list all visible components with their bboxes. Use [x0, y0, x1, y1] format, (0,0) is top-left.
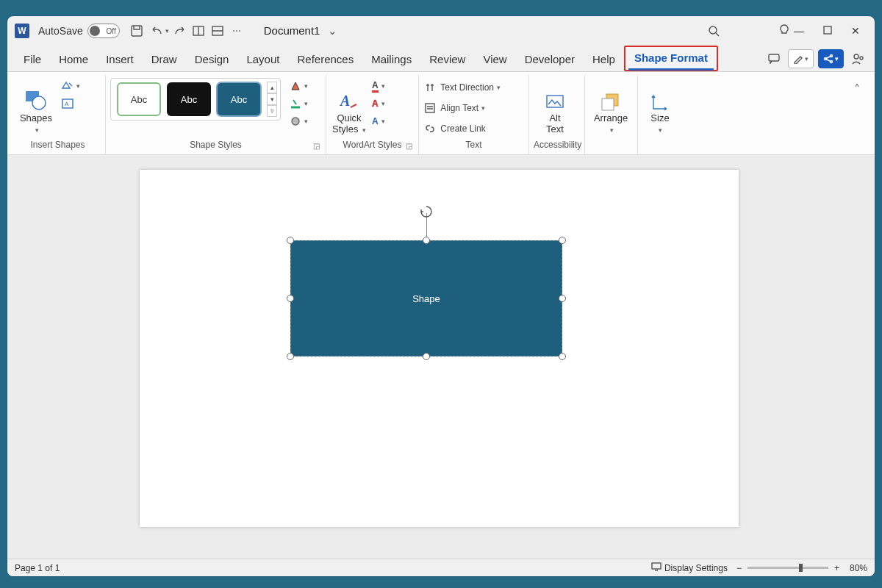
- qat-overflow[interactable]: ⋯: [227, 21, 246, 40]
- svg-rect-4: [824, 26, 831, 34]
- minimize-button[interactable]: —: [794, 25, 804, 37]
- autosave-label: AutoSave: [38, 25, 83, 37]
- svg-rect-20: [602, 98, 614, 110]
- align-text-button[interactable]: Align Text▾: [423, 100, 502, 116]
- gallery-scroll[interactable]: ▴▾▿: [267, 82, 277, 117]
- toggle-state: Off: [107, 27, 116, 35]
- shape-effects-button[interactable]: ▾: [288, 113, 309, 129]
- text-effects-button[interactable]: A▾: [370, 113, 387, 129]
- doc-title-text: Document1: [264, 24, 320, 37]
- tab-developer[interactable]: Developer: [516, 49, 584, 71]
- tab-home[interactable]: Home: [50, 49, 97, 71]
- dialog-launcher-icon[interactable]: ◲: [406, 142, 412, 150]
- svg-rect-5: [769, 54, 779, 61]
- rotate-handle-icon[interactable]: [419, 204, 434, 221]
- tab-review[interactable]: Review: [420, 49, 474, 71]
- shape-fill-button[interactable]: ▾: [288, 78, 309, 94]
- tab-insert[interactable]: Insert: [97, 49, 143, 71]
- group-label-size: [642, 137, 678, 153]
- document-title[interactable]: Document1 ⌄: [264, 24, 337, 37]
- tab-shape-format[interactable]: Shape Format: [624, 46, 718, 71]
- share-button[interactable]: ▾: [818, 49, 844, 68]
- create-link-button[interactable]: Create Link: [423, 121, 502, 137]
- group-label-accessibility: Accessibility: [534, 137, 580, 153]
- tab-view[interactable]: View: [474, 49, 515, 71]
- page[interactable]: Shape: [140, 170, 739, 527]
- text-outline-button[interactable]: A▾: [370, 96, 387, 112]
- text-direction-button[interactable]: Text Direction▾: [423, 79, 502, 96]
- group-shape-styles: Abc Abc Abc ▴▾▿ ▾ ▾ ▾ Shape Styles◲: [106, 75, 326, 154]
- shapes-button[interactable]: Shapes▾: [15, 78, 57, 135]
- comments-icon[interactable]: [764, 49, 784, 68]
- undo-button[interactable]: ▾: [151, 21, 170, 40]
- shape-outline-button[interactable]: ▾: [288, 96, 309, 112]
- svg-rect-0: [132, 26, 142, 36]
- redo-button[interactable]: [170, 21, 189, 40]
- collapse-ribbon-icon[interactable]: ˄: [842, 75, 872, 154]
- zoom-in-button[interactable]: +: [834, 563, 839, 573]
- style-swatch-3[interactable]: Abc: [217, 82, 261, 116]
- search-icon[interactable]: [704, 21, 723, 40]
- alt-text-button[interactable]: AltText: [534, 78, 576, 135]
- tab-file[interactable]: File: [15, 49, 50, 71]
- chevron-down-icon: ⌄: [328, 24, 337, 37]
- group-label-text: Text: [423, 137, 524, 153]
- group-text: Text Direction▾ Align Text▾ Create Link …: [419, 75, 529, 154]
- tab-references[interactable]: References: [288, 49, 362, 71]
- zoom-out-button[interactable]: −: [736, 563, 742, 573]
- resize-handle-tl[interactable]: [287, 237, 294, 244]
- qat-icon-2[interactable]: [208, 21, 227, 40]
- shape-text[interactable]: Shape: [412, 293, 440, 304]
- resize-handle-t[interactable]: [423, 237, 430, 244]
- page-indicator[interactable]: Page 1 of 1: [15, 563, 60, 573]
- account-icon[interactable]: [848, 49, 867, 68]
- word-app-icon: [15, 24, 29, 38]
- autosave-toggle[interactable]: Off: [87, 24, 120, 38]
- tab-design[interactable]: Design: [186, 49, 238, 71]
- close-button[interactable]: ✕: [851, 25, 860, 37]
- qat-icon-1[interactable]: [189, 21, 208, 40]
- tab-layout[interactable]: Layout: [237, 49, 288, 71]
- style-swatch-1[interactable]: Abc: [117, 82, 161, 116]
- resize-handle-br[interactable]: [559, 353, 566, 360]
- text-fill-button[interactable]: A▾: [370, 78, 387, 94]
- text-box-button[interactable]: A: [60, 96, 82, 112]
- ribbon-tabs: File Home Insert Draw Design Layout Refe…: [7, 46, 875, 72]
- svg-text:A: A: [339, 93, 350, 109]
- dialog-launcher-icon[interactable]: ◲: [313, 142, 320, 150]
- zoom-slider[interactable]: [747, 567, 828, 569]
- display-settings-button[interactable]: Display Settings: [664, 563, 728, 573]
- resize-handle-r[interactable]: [559, 295, 566, 302]
- group-label-shape-styles: Shape Styles◲: [110, 137, 321, 153]
- tab-mailings[interactable]: Mailings: [362, 49, 420, 71]
- resize-handle-b[interactable]: [423, 353, 430, 360]
- zoom-level[interactable]: 80%: [850, 563, 867, 573]
- svg-rect-21: [652, 563, 661, 569]
- resize-handle-tr[interactable]: [559, 237, 566, 244]
- lightbulb-icon[interactable]: [775, 21, 794, 40]
- tab-draw[interactable]: Draw: [143, 49, 186, 71]
- save-icon[interactable]: [127, 21, 146, 40]
- shape-style-gallery[interactable]: Abc Abc Abc ▴▾▿: [110, 78, 281, 121]
- svg-text:A: A: [65, 101, 69, 107]
- resize-handle-bl[interactable]: [287, 353, 294, 360]
- tab-help[interactable]: Help: [584, 49, 624, 71]
- size-button[interactable]: Size▾: [642, 78, 678, 135]
- document-workarea[interactable]: Shape: [7, 155, 875, 559]
- toggle-knob: [90, 26, 100, 36]
- arrange-button[interactable]: Arrange▾: [589, 78, 632, 135]
- group-insert-shapes: Shapes▾ ▾ A Insert Shapes: [10, 75, 106, 154]
- titlebar: AutoSave Off ▾ ⋯ Document1 ⌄ — ✕: [7, 16, 875, 46]
- editing-mode-button[interactable]: ▾: [788, 49, 814, 68]
- display-settings-icon[interactable]: [651, 562, 662, 573]
- style-swatch-2[interactable]: Abc: [167, 82, 211, 116]
- quick-styles-button[interactable]: A Quick Styles ▾: [331, 78, 368, 135]
- zoom-thumb[interactable]: [799, 564, 803, 572]
- group-label-wordart: WordArt Styles◲: [331, 137, 414, 153]
- maximize-button[interactable]: [823, 25, 832, 37]
- edit-shape-button[interactable]: ▾: [60, 78, 82, 94]
- resize-handle-l[interactable]: [287, 295, 294, 302]
- selected-shape[interactable]: Shape: [290, 240, 562, 356]
- svg-point-10: [860, 57, 863, 60]
- group-size: Size▾: [638, 75, 682, 154]
